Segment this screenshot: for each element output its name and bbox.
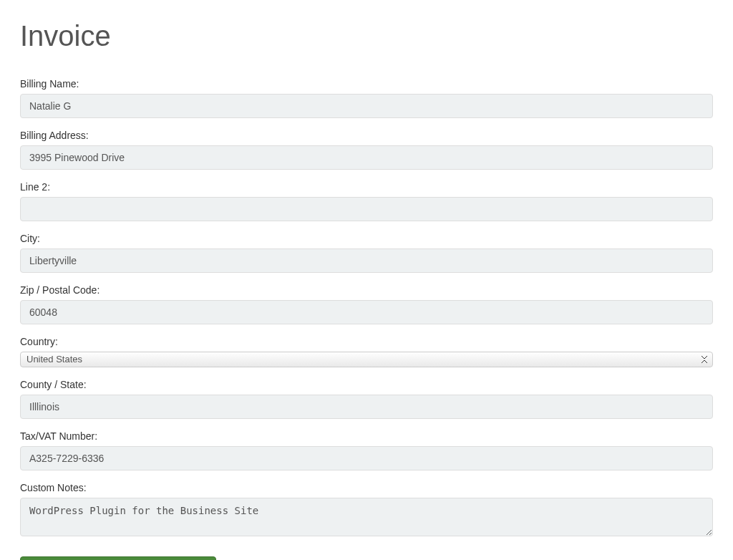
country-group: Country: United States [20, 336, 713, 367]
tax-vat-label: Tax/VAT Number: [20, 430, 713, 442]
custom-notes-group: Custom Notes: WordPress Plugin for the B… [20, 482, 713, 539]
zip-input[interactable] [20, 300, 713, 324]
country-select-wrapper: United States [20, 352, 713, 367]
billing-address-input[interactable] [20, 145, 713, 170]
country-label: Country: [20, 336, 713, 347]
line2-group: Line 2: [20, 181, 713, 221]
line2-label: Line 2: [20, 181, 713, 193]
line2-input[interactable] [20, 197, 713, 221]
page-title: Invoice [20, 20, 713, 52]
invoice-form: Billing Name: Billing Address: Line 2: C… [20, 78, 713, 560]
county-state-group: County / State: [20, 379, 713, 419]
county-state-input[interactable] [20, 395, 713, 419]
billing-name-input[interactable] [20, 94, 713, 118]
billing-name-label: Billing Name: [20, 78, 713, 90]
county-state-label: County / State: [20, 379, 713, 390]
zip-label: Zip / Postal Code: [20, 284, 713, 296]
city-input[interactable] [20, 248, 713, 273]
billing-address-label: Billing Address: [20, 130, 713, 141]
city-group: City: [20, 233, 713, 273]
save-generate-button[interactable]: Save Billing Details & Generate Invoice [20, 556, 216, 560]
billing-address-group: Billing Address: [20, 130, 713, 170]
country-select[interactable]: United States [20, 352, 713, 367]
city-label: City: [20, 233, 713, 244]
custom-notes-textarea[interactable]: WordPress Plugin for the Business Site [20, 498, 713, 536]
tax-vat-input[interactable] [20, 446, 713, 470]
custom-notes-label: Custom Notes: [20, 482, 713, 493]
tax-vat-group: Tax/VAT Number: [20, 430, 713, 470]
zip-group: Zip / Postal Code: [20, 284, 713, 324]
billing-name-group: Billing Name: [20, 78, 713, 118]
